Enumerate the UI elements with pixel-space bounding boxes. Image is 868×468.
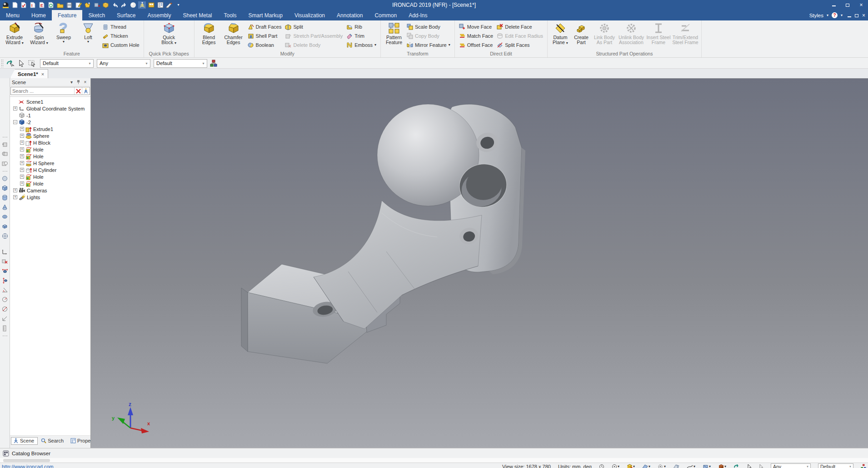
- extrude-wizard-button[interactable]: ExtrudeWizard ▾: [2, 21, 27, 45]
- tree-item-extrude1[interactable]: + Extrude1: [10, 126, 90, 132]
- export-scene-icon[interactable]: E: [38, 1, 46, 9]
- finish-icon[interactable]: [733, 464, 740, 468]
- tab-feature[interactable]: Feature: [52, 10, 82, 20]
- redo-icon[interactable]: [120, 1, 128, 9]
- edit-face-radius-button[interactable]: Edit Face Radius: [495, 31, 545, 40]
- catalog-browser-icon[interactable]: [147, 1, 155, 9]
- sketch-plane-icon[interactable]: [673, 464, 679, 468]
- tree-item-hole-1[interactable]: + Hole: [10, 146, 90, 153]
- render-mode-icon[interactable]: ▾: [627, 464, 635, 468]
- display-style-icon[interactable]: ▾: [642, 464, 650, 468]
- unlink-body-association-button[interactable]: Unlink BodyAssociation: [617, 21, 645, 45]
- tab-sheet-metal[interactable]: Sheet Metal: [177, 10, 218, 20]
- cursor-alt-icon[interactable]: [759, 464, 763, 468]
- document-tab-scene1[interactable]: Scene1* ×: [10, 69, 48, 78]
- quick-block-button[interactable]: QuickBlock ▾: [157, 21, 181, 45]
- toolbar-options-caret-icon[interactable]: ▾: [175, 1, 182, 9]
- search-input[interactable]: [11, 88, 74, 94]
- select-box-cursor-icon[interactable]: [27, 59, 37, 68]
- diameter-dimension-icon[interactable]: [1, 306, 8, 312]
- curve-tool-icon[interactable]: ▾: [687, 464, 695, 468]
- doc-restore-button[interactable]: [855, 13, 858, 18]
- tree-item-h-block[interactable]: + H Block: [10, 139, 90, 146]
- catalog-browser-bar[interactable]: Catalog Browser: [0, 448, 868, 458]
- ruler-tool-icon[interactable]: [1, 325, 8, 332]
- tree-item-sphere[interactable]: + Sphere: [10, 132, 90, 139]
- tree-item-h-sphere[interactable]: + H Sphere: [10, 160, 90, 166]
- selection-filter-dropdown[interactable]: Any ▾: [97, 59, 150, 68]
- toolbar-drag-handle[interactable]: [1, 59, 3, 67]
- horizontal-scrollbar[interactable]: [3, 459, 50, 462]
- clear-search-icon[interactable]: [74, 87, 82, 95]
- length-dimension-icon[interactable]: [1, 267, 8, 274]
- toolbar-drag-handle[interactable]: [2, 136, 8, 138]
- axis-tool-icon[interactable]: [1, 315, 8, 322]
- tree-filter-icon[interactable]: [82, 87, 90, 95]
- open-icon[interactable]: [56, 1, 64, 9]
- doc-minimize-button[interactable]: [848, 13, 851, 18]
- insert-part-icon[interactable]: [93, 1, 100, 9]
- quick-render-icon[interactable]: [84, 1, 91, 9]
- trim-button[interactable]: Trim: [344, 31, 378, 40]
- radius-dimension-icon[interactable]: [1, 296, 8, 303]
- tree-item-part-2[interactable]: − -2: [10, 119, 90, 126]
- emboss-button[interactable]: Emboss ▾: [344, 40, 378, 50]
- expand-icon[interactable]: +: [20, 175, 24, 179]
- tab-assembly[interactable]: Assembly: [141, 10, 177, 20]
- scene-browser-icon[interactable]: [138, 1, 146, 9]
- expand-icon[interactable]: +: [20, 141, 24, 145]
- split-button[interactable]: Split: [283, 22, 344, 31]
- shape-torus-icon[interactable]: [1, 213, 8, 220]
- help-caret-icon[interactable]: ▾: [841, 14, 843, 17]
- status-filter-dropdown[interactable]: Any▾: [771, 463, 811, 468]
- model-part[interactable]: [91, 79, 868, 448]
- boolean-union-icon[interactable]: [1, 151, 8, 157]
- tree-item-hole-4[interactable]: + Hole: [10, 180, 90, 187]
- panel-close-icon[interactable]: ×: [82, 80, 89, 85]
- custom-hole-button[interactable]: Custom Hole: [100, 40, 141, 50]
- tab-close-icon[interactable]: ×: [41, 71, 44, 77]
- panel-tab-search[interactable]: Search: [39, 437, 67, 445]
- tab-sketch[interactable]: Sketch: [82, 10, 111, 20]
- boolean-subtract-icon[interactable]: [1, 160, 8, 167]
- print-preview-icon[interactable]: [47, 1, 55, 9]
- delete-body-button[interactable]: Delete Body: [283, 40, 344, 50]
- mirror-feature-button[interactable]: Mirror Feature ▾: [405, 40, 452, 50]
- section-view-icon[interactable]: ▾: [703, 464, 711, 468]
- expand-icon[interactable]: +: [13, 106, 17, 111]
- tree-item-global-coordinate-system[interactable]: + Global Coordinate System: [10, 105, 90, 112]
- tree-item-h-cylinder[interactable]: + H Cylinder: [10, 166, 90, 173]
- ironcad-link[interactable]: http://www.ironcad.com: [2, 463, 54, 468]
- sweep-button[interactable]: Sweep▾: [51, 21, 76, 44]
- link-body-as-part-button[interactable]: Link BodyAs Part: [592, 21, 617, 45]
- insert-catalog-icon[interactable]: [102, 1, 110, 9]
- appearance-icon[interactable]: [165, 1, 173, 9]
- shape-cone-icon[interactable]: [1, 204, 8, 211]
- tree-item-part-1[interactable]: -1: [10, 112, 90, 119]
- viewport-3d[interactable]: z y x: [91, 78, 868, 448]
- render-style-dropdown[interactable]: Default ▾: [40, 59, 94, 68]
- trim-extend-steel-frame-button[interactable]: Trim/ExtendSteel Frame: [672, 21, 699, 45]
- configuration-dropdown[interactable]: Default ▾: [154, 59, 207, 68]
- styles-caret-icon[interactable]: ▾: [827, 14, 828, 17]
- scene-check-icon[interactable]: [20, 1, 28, 9]
- assembly-hierarchy-icon[interactable]: [209, 59, 218, 68]
- anchor-axes-icon[interactable]: [1, 248, 8, 255]
- finish-edit-icon[interactable]: [5, 59, 15, 68]
- angle-dimension-icon[interactable]: [1, 287, 8, 293]
- pattern-feature-button[interactable]: PatternFeature: [383, 21, 405, 45]
- shape-cylinder-icon[interactable]: [1, 194, 8, 201]
- undo-icon[interactable]: [111, 1, 119, 9]
- properties-icon[interactable]: [156, 1, 164, 9]
- edit-sketch-icon[interactable]: [75, 1, 82, 9]
- pin-icon[interactable]: [75, 80, 82, 85]
- match-face-button[interactable]: Match Face: [457, 31, 495, 40]
- tree-item-scene1[interactable]: Scene1: [10, 98, 90, 105]
- expand-icon[interactable]: +: [20, 147, 24, 151]
- toolbar-drag-handle[interactable]: [2, 335, 8, 337]
- status-config-dropdown[interactable]: Default▾: [818, 463, 853, 468]
- save-icon[interactable]: [65, 1, 73, 9]
- shape-sphere-icon[interactable]: [1, 175, 8, 182]
- tab-visualization[interactable]: Visualization: [289, 10, 331, 20]
- expand-icon[interactable]: +: [20, 181, 24, 186]
